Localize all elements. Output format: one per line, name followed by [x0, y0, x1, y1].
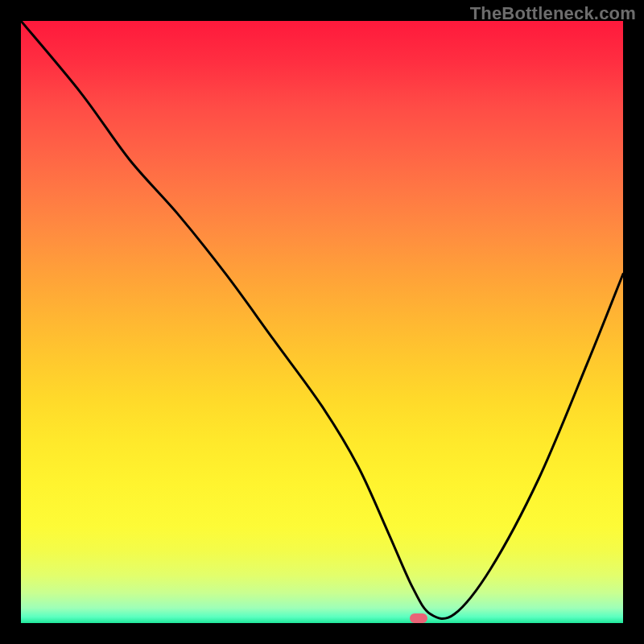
plot-area — [21, 21, 623, 623]
watermark-text: TheBottleneck.com — [470, 3, 636, 24]
optimal-marker — [410, 613, 427, 623]
chart-container: TheBottleneck.com — [0, 0, 644, 644]
bottleneck-curve — [21, 21, 623, 623]
curve-path — [21, 21, 623, 618]
